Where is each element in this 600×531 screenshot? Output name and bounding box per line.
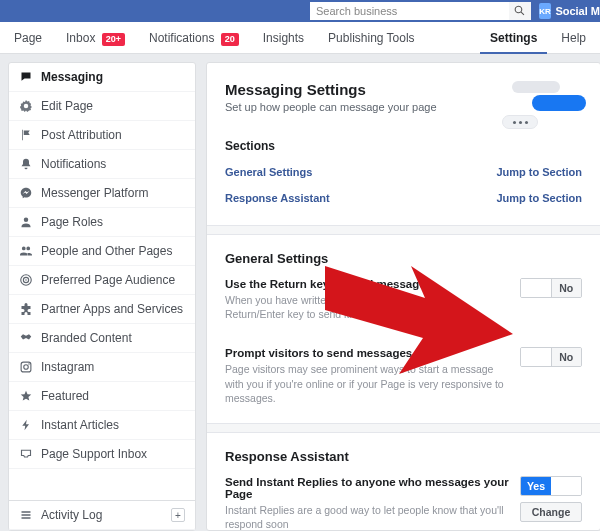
star-icon bbox=[19, 389, 33, 403]
tab-label: Notifications bbox=[149, 31, 214, 45]
sidebar-item-label: Notifications bbox=[41, 157, 106, 171]
handshake-icon bbox=[19, 331, 33, 345]
sidebar-item-instant-articles[interactable]: Instant Articles bbox=[9, 411, 195, 440]
toggle-prompt-visitors[interactable]: Yes No bbox=[520, 347, 582, 367]
avatar[interactable]: KR bbox=[539, 3, 552, 19]
sidebar-item-label: Preferred Page Audience bbox=[41, 273, 175, 287]
sidebar-item-notifications[interactable]: Notifications bbox=[9, 150, 195, 179]
section-link-response-assistant[interactable]: Response Assistant bbox=[225, 192, 330, 204]
sidebar-item-label: Messaging bbox=[41, 70, 103, 84]
toggle-yes: Yes bbox=[521, 348, 551, 366]
settings-sidebar: Messaging Edit Page Post Attribution Not… bbox=[8, 62, 196, 531]
account-label[interactable]: Social M bbox=[555, 5, 600, 17]
tab-help[interactable]: Help bbox=[551, 22, 596, 54]
sidebar-item-label: Instant Articles bbox=[41, 418, 119, 432]
setting-prompt-visitors-title: Prompt visitors to send messages bbox=[225, 347, 512, 359]
sidebar-item-activity-log[interactable]: Activity Log + bbox=[9, 500, 195, 530]
sidebar-item-instagram[interactable]: Instagram bbox=[9, 353, 195, 382]
tab-page[interactable]: Page bbox=[4, 22, 52, 54]
sidebar-item-label: Instagram bbox=[41, 360, 94, 374]
sidebar-item-label: Page Roles bbox=[41, 215, 103, 229]
search-icon bbox=[514, 4, 525, 19]
sidebar-item-label: People and Other Pages bbox=[41, 244, 172, 258]
setting-instant-replies-desc: Instant Replies are a good way to let pe… bbox=[225, 503, 512, 531]
flag-icon bbox=[19, 128, 33, 142]
facebook-topbar: KR Social M bbox=[0, 0, 600, 22]
typing-indicator-icon bbox=[502, 115, 538, 129]
sidebar-item-label: Messenger Platform bbox=[41, 186, 148, 200]
page-title: Messaging Settings bbox=[225, 81, 437, 98]
change-button[interactable]: Change bbox=[520, 502, 582, 522]
response-assistant-heading: Response Assistant bbox=[225, 449, 582, 464]
content-panel: Messaging Settings Set up how people can… bbox=[206, 62, 600, 531]
sidebar-item-page-support-inbox[interactable]: Page Support Inbox bbox=[9, 440, 195, 469]
toggle-yes: Yes bbox=[521, 477, 551, 495]
toggle-no: No bbox=[551, 348, 582, 366]
user-icon bbox=[19, 215, 33, 229]
svg-point-2 bbox=[25, 279, 27, 281]
sidebar-item-preferred-audience[interactable]: Preferred Page Audience bbox=[9, 266, 195, 295]
sidebar-item-label: Activity Log bbox=[41, 508, 102, 522]
tab-notifications[interactable]: Notifications 20 bbox=[139, 22, 249, 54]
sidebar-item-messenger-platform[interactable]: Messenger Platform bbox=[9, 179, 195, 208]
setting-return-key-title: Use the Return key to send messages bbox=[225, 278, 512, 290]
sidebar-item-label: Page Support Inbox bbox=[41, 447, 147, 461]
gear-icon bbox=[19, 99, 33, 113]
sidebar-item-label: Featured bbox=[41, 389, 89, 403]
tab-publishing[interactable]: Publishing Tools bbox=[318, 22, 425, 54]
sidebar-item-branded-content[interactable]: Branded Content bbox=[9, 324, 195, 353]
tab-label: Inbox bbox=[66, 31, 95, 45]
toggle-instant-replies[interactable]: Yes bbox=[520, 476, 582, 496]
inbox-icon bbox=[19, 447, 33, 461]
list-icon bbox=[19, 508, 33, 522]
search-wrap bbox=[310, 2, 531, 20]
toggle-yes: Yes bbox=[521, 279, 551, 297]
sidebar-item-edit-page[interactable]: Edit Page bbox=[9, 92, 195, 121]
sidebar-item-featured[interactable]: Featured bbox=[9, 382, 195, 411]
sidebar-item-label: Partner Apps and Services bbox=[41, 302, 183, 316]
chat-icon bbox=[19, 70, 33, 84]
search-button[interactable] bbox=[509, 2, 531, 20]
messaging-illustration bbox=[502, 81, 582, 125]
bolt-icon bbox=[19, 418, 33, 432]
toggle-no: No bbox=[551, 279, 582, 297]
notifications-badge: 20 bbox=[221, 33, 239, 46]
main: Messaging Edit Page Post Attribution Not… bbox=[0, 54, 600, 531]
sidebar-item-label: Branded Content bbox=[41, 331, 132, 345]
setting-instant-replies-title: Send Instant Replies to anyone who messa… bbox=[225, 476, 512, 500]
messenger-icon bbox=[19, 186, 33, 200]
svg-point-5 bbox=[28, 363, 30, 365]
sidebar-item-label: Post Attribution bbox=[41, 128, 122, 142]
inbox-badge: 20+ bbox=[102, 33, 125, 46]
setting-prompt-visitors-desc: Page visitors may see prominent ways to … bbox=[225, 362, 512, 405]
sidebar-item-post-attribution[interactable]: Post Attribution bbox=[9, 121, 195, 150]
setting-return-key-desc: When you have written a message, you can… bbox=[225, 293, 512, 321]
sidebar-item-partner-apps[interactable]: Partner Apps and Services bbox=[9, 295, 195, 324]
target-icon bbox=[19, 273, 33, 287]
toggle-no bbox=[551, 477, 581, 495]
puzzle-icon bbox=[19, 302, 33, 316]
search-input[interactable] bbox=[310, 2, 509, 20]
section-link-general[interactable]: General Settings bbox=[225, 166, 312, 178]
sidebar-item-label: Edit Page bbox=[41, 99, 93, 113]
sidebar-item-messaging[interactable]: Messaging bbox=[9, 63, 195, 92]
people-icon bbox=[19, 244, 33, 258]
jump-link[interactable]: Jump to Section bbox=[496, 192, 582, 204]
sidebar-item-people[interactable]: People and Other Pages bbox=[9, 237, 195, 266]
tab-inbox[interactable]: Inbox 20+ bbox=[56, 22, 135, 54]
toggle-return-key[interactable]: Yes No bbox=[520, 278, 582, 298]
tab-settings[interactable]: Settings bbox=[480, 22, 547, 54]
page-nav: Page Inbox 20+ Notifications 20 Insights… bbox=[0, 22, 600, 54]
general-settings-heading: General Settings bbox=[225, 251, 582, 266]
jump-link[interactable]: Jump to Section bbox=[496, 166, 582, 178]
svg-point-4 bbox=[24, 365, 29, 370]
tab-insights[interactable]: Insights bbox=[253, 22, 314, 54]
bell-icon bbox=[19, 157, 33, 171]
expand-icon[interactable]: + bbox=[171, 508, 185, 522]
sidebar-item-page-roles[interactable]: Page Roles bbox=[9, 208, 195, 237]
instagram-icon bbox=[19, 360, 33, 374]
sections-heading: Sections bbox=[225, 139, 582, 153]
page-subtitle: Set up how people can message your page bbox=[225, 101, 437, 113]
